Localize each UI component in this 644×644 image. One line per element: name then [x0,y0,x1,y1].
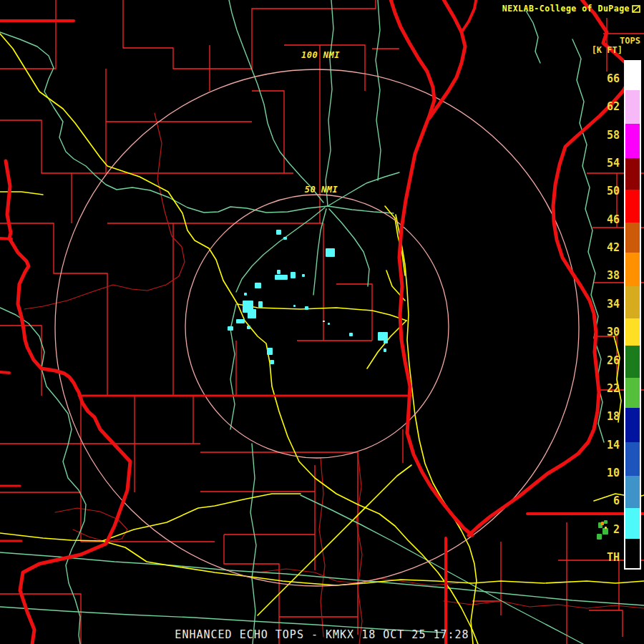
colorbar-tick-label: TH [578,550,620,565]
colorbar-units: [K FT] [584,45,623,55]
colorbar-segment [625,158,640,190]
radar-echo-cyan [328,323,330,325]
radar-echo-cyan [384,341,388,343]
radar-echo-cyan [293,305,296,307]
radar-echo-cyan [255,283,261,288]
colorbar-tick-label: 30 [578,325,620,339]
colorbar-tick-label: 10 [578,466,620,480]
colorbar-segment [625,223,640,253]
radar-screen: NEXLAB-College of DuPage TOPS [K FT] 666… [0,0,644,644]
radar-echo-white [323,321,325,322]
colorbar-segment [625,508,640,539]
colorbar-tick-label: 42 [578,240,620,255]
colorbar-tick-label: 66 [578,72,620,86]
colorbar-title: TOPS [605,36,640,46]
colorbar-tick-label: 22 [578,381,620,396]
credit: NEXLAB-College of DuPage [502,4,641,14]
radar-echo-cyan [349,333,353,336]
colorbar-segment [625,539,640,568]
state-or-shoreline [0,372,9,373]
colorbar-segment [625,408,640,442]
radar-echo-cyan [247,326,250,329]
radar-echo-cyan [258,301,263,308]
radar-echo-cyan [326,248,335,257]
colorbar-tick-label: 34 [578,297,620,311]
range-ring-label-100: 100 NMI [286,50,355,60]
radar-echo-cyan [291,272,296,278]
colorbar-tick-label: 50 [578,184,620,198]
state-or-shoreline [0,238,11,239]
cod-logo-icon [632,4,641,14]
colorbar-segment [625,286,640,318]
colorbar-tick-label: 54 [578,156,620,170]
colorbar-tick-label: 62 [578,99,620,114]
colorbar-segment [625,318,640,346]
colorbar-segment [625,124,640,158]
colorbar [624,60,641,570]
radar-echo-cyan [236,319,245,323]
radar-echo-cyan [275,275,288,280]
colorbar-tick-label: 18 [578,409,620,424]
colorbar-segment [625,346,640,378]
credit-text: NEXLAB-College of DuPage [502,4,630,14]
radar-echo-cyan [283,237,287,240]
radar-map [0,0,644,644]
colorbar-tick-label: 14 [578,438,620,452]
radar-echo-cyan [270,360,274,364]
radar-echo-cyan [378,332,388,341]
radar-echo-cyan [248,309,256,318]
radar-echo-cyan [305,306,308,310]
product-caption: ENHANCED ECHO TOPS - KMKX 18 OCT 25 17:2… [0,628,644,641]
radar-echo-cyan [277,270,280,274]
colorbar-segment [625,378,640,408]
colorbar-tick-label: 38 [578,268,620,283]
colorbar-tick-label: 58 [578,128,620,142]
radar-echo-cyan [244,293,247,296]
colorbar-segment [625,442,640,476]
radar-echo-cyan [276,230,281,235]
colorbar-tick-label: 6 [578,494,620,508]
colorbar-tick-label: 46 [578,213,620,227]
radar-echo-cyan [384,348,386,352]
colorbar-segment [625,190,640,223]
radar-echo-cyan [267,348,273,355]
colorbar-segment [625,90,640,124]
radar-echo-cyan [302,274,305,277]
radar-echo-cyan [228,326,233,331]
colorbar-segment [625,476,640,508]
colorbar-segment [625,62,640,90]
range-ring-label-50: 50 NMI [290,185,353,195]
colorbar-segment [625,253,640,286]
colorbar-tick-label: 26 [578,353,620,368]
colorbar-tick-label: 2 [578,522,620,537]
